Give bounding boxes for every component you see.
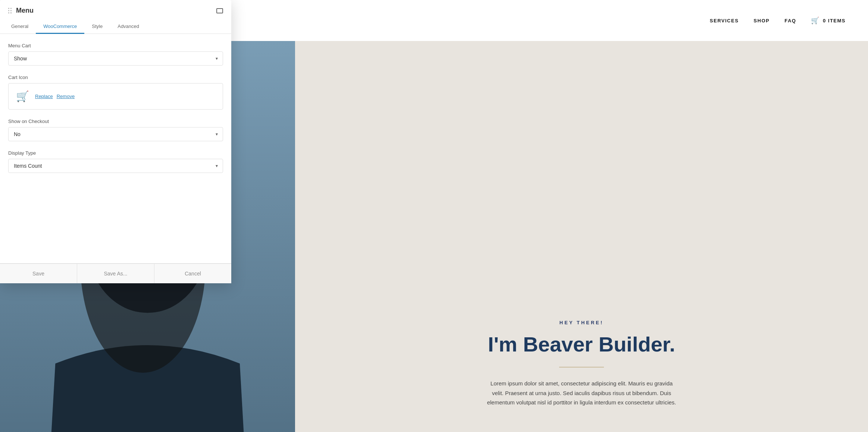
nav-shop[interactable]: SHOP: [753, 18, 770, 23]
hero-title: I'm Beaver Builder.: [488, 333, 675, 356]
drag-dot: [8, 12, 9, 13]
panel-content: Menu Cart Show Hide ▾ Cart Icon 🛒 Replac…: [0, 34, 231, 263]
drag-dot: [8, 10, 9, 11]
save-button[interactable]: Save: [0, 264, 77, 283]
settings-panel: Menu General WooCommerce Style Advanced …: [0, 0, 231, 283]
show-on-checkout-label: Show on Checkout: [8, 119, 223, 124]
drag-dot: [10, 8, 12, 9]
drag-handle[interactable]: [8, 8, 12, 13]
tab-advanced[interactable]: Advanced: [110, 20, 147, 34]
panel-title: Menu: [16, 7, 216, 15]
drag-dot: [8, 8, 9, 9]
panel-tabs: General WooCommerce Style Advanced: [0, 20, 231, 34]
hero-divider: [559, 367, 604, 368]
window-icon[interactable]: [216, 8, 223, 13]
save-as-button[interactable]: Save As...: [77, 264, 154, 283]
site-nav: SERVICES SHOP FAQ 🛒 0 ITEMS: [710, 16, 846, 25]
show-on-checkout-field: Show on Checkout No Yes ▾: [8, 119, 223, 141]
cart-icon-field-group: Cart Icon 🛒 Replace Remove: [8, 75, 223, 110]
tab-general[interactable]: General: [4, 20, 36, 34]
display-type-field: Display Type Items Count Total Price Ico…: [8, 150, 223, 173]
panel-footer: Save Save As... Cancel: [0, 263, 231, 283]
tab-woocommerce[interactable]: WooCommerce: [36, 20, 84, 34]
nav-services[interactable]: SERVICES: [710, 18, 739, 23]
cart-icon-actions: Replace Remove: [35, 94, 75, 99]
tab-style[interactable]: Style: [84, 20, 110, 34]
display-type-select-wrapper: Items Count Total Price Icon Only ▾: [8, 159, 223, 173]
cart-icon-area: 🛒 Replace Remove: [8, 83, 223, 110]
display-type-label: Display Type: [8, 150, 223, 156]
show-on-checkout-select-wrapper: No Yes ▾: [8, 127, 223, 141]
cart-shopping-icon: 🛒: [16, 90, 29, 103]
menu-cart-field: Menu Cart Show Hide ▾: [8, 43, 223, 66]
menu-cart-select-wrapper: Show Hide ▾: [8, 51, 223, 66]
display-type-select[interactable]: Items Count Total Price Icon Only: [8, 159, 223, 173]
panel-header: Menu: [0, 0, 231, 15]
nav-faq[interactable]: FAQ: [784, 18, 796, 23]
remove-icon-button[interactable]: Remove: [57, 94, 75, 99]
cart-nav-link[interactable]: 🛒 0 ITEMS: [811, 16, 846, 25]
cancel-button[interactable]: Cancel: [154, 264, 231, 283]
menu-cart-label: Menu Cart: [8, 43, 223, 48]
hero-eyebrow: HEY THERE!: [560, 320, 604, 325]
menu-cart-select[interactable]: Show Hide: [8, 51, 223, 66]
cart-nav-label: 0 ITEMS: [823, 18, 846, 23]
drag-dot: [10, 12, 12, 13]
show-on-checkout-select[interactable]: No Yes: [8, 127, 223, 141]
replace-icon-button[interactable]: Replace: [35, 94, 53, 99]
drag-dot: [10, 10, 12, 11]
hero-body-text: Lorem ipsum dolor sit amet, consectetur …: [485, 379, 679, 407]
cart-nav-icon: 🛒: [811, 16, 820, 25]
hero-content: HEY THERE! I'm Beaver Builder. Lorem ips…: [295, 41, 868, 432]
cart-icon-label: Cart Icon: [8, 75, 223, 80]
